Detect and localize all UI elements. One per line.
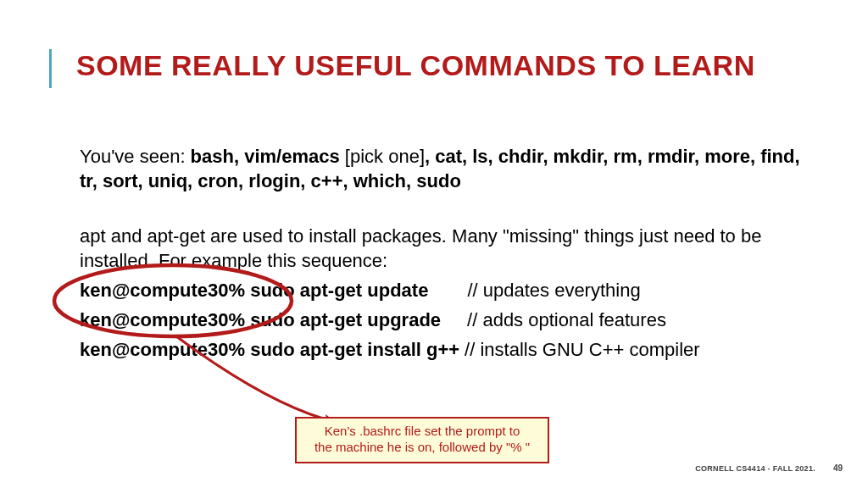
slide-title: SOME REALLY USEFUL COMMANDS TO LEARN [76,49,755,82]
command-note: // updates everything [467,278,640,302]
callout-arrowhead [326,414,336,427]
para1-lead: You've seen: [80,146,191,167]
command-row: ken@compute30% sudo apt-get install g++/… [80,337,817,362]
command-row: ken@compute30% sudo apt-get upgrade// ad… [80,308,817,332]
para1-plain1: [pick one] [345,146,425,167]
command-text: ken@compute30% sudo apt-get upgrade [80,308,441,332]
paragraph-apt: apt and apt-get are used to install pack… [80,224,817,273]
command-text: ken@compute30% sudo apt-get update [80,278,428,302]
command-note: // adds optional features [467,308,666,332]
command-note: // installs GNU C++ compiler [465,337,700,362]
footer-page: 49 [833,463,843,473]
callout-box: Ken's .bashrc file set the prompt to the… [295,417,549,463]
para1-bold1: bash, vim/emacs [191,146,345,167]
command-row: ken@compute30% sudo apt-get update// upd… [80,278,817,302]
callout-line2: the machine he is on, followed by "% " [305,440,539,456]
footer-course: CORNELL CS4414 - FALL 2021. [695,464,815,473]
paragraph-seen-commands: You've seen: bash, vim/emacs [pick one],… [80,144,817,193]
body-content: You've seen: bash, vim/emacs [pick one],… [80,144,817,362]
command-text: ken@compute30% sudo apt-get install g++ [80,337,459,362]
title-accent-bar [49,49,52,88]
callout-line1: Ken's .bashrc file set the prompt to [305,424,539,440]
command-block: ken@compute30% sudo apt-get update// upd… [80,278,817,362]
